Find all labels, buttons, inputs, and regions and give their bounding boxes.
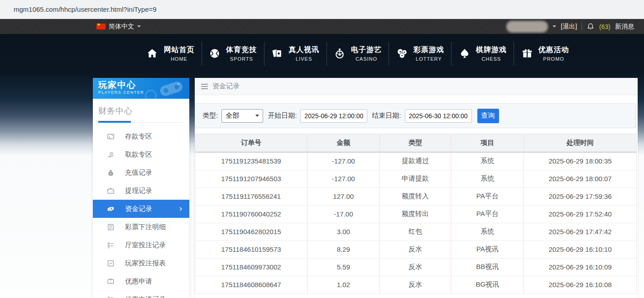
- language-selector[interactable]: 简体中文: [96, 23, 141, 31]
- sidebar-item-recharge-record[interactable]: 充值记录: [93, 163, 189, 182]
- table-cell: 2025-06-29 17:59:36: [524, 187, 636, 205]
- sidebar-item-label: 优惠申请: [125, 277, 152, 286]
- language-label: 简体中文: [109, 23, 134, 31]
- sidebar-item-label: 优惠申请记录: [125, 295, 166, 298]
- table-row: 1751191176556241127.00额度转入PA平台2025-06-29…: [195, 187, 636, 205]
- bell-icon[interactable]: [586, 23, 595, 31]
- table-cell: 2025-06-29 16:10:10: [524, 240, 636, 258]
- nav-item-home[interactable]: 网站首页HOME: [139, 42, 202, 65]
- china-flag-icon: [96, 24, 106, 29]
- table-cell: 2025-06-29 17:52:40: [524, 205, 636, 223]
- table-cell: BB视讯: [451, 258, 524, 276]
- table-cell: 1751190462802015: [195, 223, 307, 240]
- table-row: 17511904628020153.00红包系统2025-06-29 17:47…: [195, 223, 636, 240]
- nav-label-en: PROMO: [543, 56, 564, 62]
- column-header: 金额: [307, 134, 380, 152]
- new-messages-link[interactable]: 新消息: [615, 23, 634, 31]
- deposit-icon: [106, 133, 115, 140]
- promo-apply-record-icon: [106, 296, 115, 298]
- menu-icon[interactable]: [201, 84, 208, 89]
- table-header-row: 订单号金额类型项目处理时间: [195, 134, 636, 152]
- chevron-down-icon: [255, 115, 259, 117]
- start-date-label: 开始日期:: [268, 111, 297, 120]
- search-button[interactable]: 查询: [477, 109, 499, 123]
- breadcrumb: 资金记录: [195, 78, 638, 95]
- sidebar-item-label: 资金记录: [125, 205, 152, 213]
- sidebar-item-funds-record[interactable]: 资金记录›: [93, 200, 189, 218]
- table-cell: 反水: [380, 258, 451, 276]
- table-cell: 2025-06-29 16:10:09: [524, 258, 636, 276]
- main-nav: 网站首页HOME体育竞技SPORTS真人视讯LIVES电子游艺CASINO彩票游…: [0, 34, 644, 72]
- column-header: 处理时间: [524, 134, 636, 152]
- recharge-record-icon: [106, 169, 115, 177]
- nav-item-promo[interactable]: 优惠活动PROMO: [514, 42, 576, 65]
- table-row: 17511846086086471.02反水BG视讯2025-06-29 16:…: [195, 276, 636, 293]
- filter-bar: 类型: 全部 开始日期: 结束日期: 查询: [195, 103, 636, 128]
- sidebar-item-deposit[interactable]: 存款专区: [93, 127, 189, 145]
- start-date-input[interactable]: [300, 109, 367, 123]
- table-cell: 申请提款: [380, 170, 451, 187]
- nav-item-lives[interactable]: 真人视讯LIVES: [264, 42, 327, 65]
- nav-item-lottery[interactable]: 彩票游戏LOTTERY: [389, 42, 452, 65]
- sidebar-item-label: 充值记录: [125, 168, 152, 177]
- table-cell: 1751184608608647: [195, 276, 307, 293]
- lives-icon: [271, 48, 283, 59]
- withdraw-icon: [106, 151, 115, 159]
- sidebar-item-withdraw-record[interactable]: 提现记录: [93, 182, 189, 200]
- table-cell: PA平台: [451, 205, 524, 223]
- sidebar-menu: 存款专区取款专区充值记录提现记录资金记录›彩票下注明细厅室投注记录玩家投注报表优…: [93, 123, 189, 298]
- sidebar-item-promo-apply[interactable]: 优惠申请: [93, 272, 189, 290]
- sidebar-item-promo-apply-record[interactable]: 优惠申请记录: [93, 290, 189, 298]
- chevron-down-icon: [137, 25, 141, 28]
- table-cell: 提款通过: [380, 152, 451, 170]
- table-cell: -127.00: [307, 152, 380, 170]
- logout-button[interactable]: [退出]: [561, 23, 577, 31]
- nav-item-casino[interactable]: 电子游艺CASINO: [327, 42, 389, 65]
- decor-circle: [145, 90, 157, 99]
- table-row: 1751191207946503-127.00申请提款系统2025-06-29 …: [195, 170, 636, 187]
- address-bar[interactable]: mgm1065.com/hhcp/usercenter.html?iniType…: [0, 0, 644, 19]
- finance-center-title: 财务中心: [98, 106, 184, 116]
- end-date-input[interactable]: [405, 109, 472, 123]
- table-row: 17511846101595738.29反水PA视讯2025-06-29 16:…: [195, 240, 636, 258]
- username-redacted: [506, 21, 548, 33]
- end-date-label: 结束日期:: [372, 111, 401, 120]
- table-row: 17511846099730025.59反水BB视讯2025-06-29 16:…: [195, 258, 636, 276]
- sidebar-item-player-bet-report[interactable]: 玩家投注报表: [93, 254, 189, 272]
- sidebar: 玩家中心 PLAYERS CENTER 财务中心 存款专区取款专区充值记录提现记…: [93, 78, 189, 298]
- table-cell: 2025-06-29 16:10:08: [524, 276, 636, 293]
- table-cell: 1751191176556241: [195, 187, 307, 205]
- table-cell: 3.00: [307, 223, 380, 240]
- sidebar-item-lottery-bet-detail[interactable]: 彩票下注明细: [93, 218, 189, 236]
- column-header: 订单号: [195, 134, 307, 152]
- main-panel: 资金记录 类型: 全部 开始日期: 结束日期: 查询 订单号金额类型项目处理时间…: [195, 78, 638, 298]
- nav-label-en: HOME: [171, 56, 187, 62]
- player-bet-report-icon: [106, 260, 115, 267]
- sidebar-item-label: 彩票下注明细: [125, 223, 166, 231]
- table-cell: 1751190760040252: [195, 205, 307, 223]
- type-label: 类型:: [202, 111, 218, 120]
- table-cell: BG视讯: [451, 276, 524, 293]
- message-count: (63): [599, 23, 610, 30]
- nav-item-sports[interactable]: 体育竞技SPORTS: [202, 42, 264, 65]
- nav-label-zh: 网站首页: [163, 45, 194, 55]
- home-icon: [146, 48, 158, 59]
- table-cell: PA平台: [451, 187, 524, 205]
- table-row: 1751190760040252-17.00额度转出PA平台2025-06-29…: [195, 205, 636, 223]
- gamepad-icon: [157, 79, 186, 99]
- account-topbar: 简体中文 [退出] (63) 新消息: [0, 19, 644, 34]
- sidebar-item-hall-bet-record[interactable]: 厅室投注记录: [93, 236, 189, 254]
- column-header: 类型: [380, 134, 451, 152]
- type-select[interactable]: 全部: [221, 109, 263, 123]
- hall-bet-record-icon: [106, 241, 115, 249]
- sidebar-item-label: 厅室投注记录: [125, 241, 166, 250]
- chevron-down-icon[interactable]: [553, 25, 556, 28]
- table-cell: -17.00: [307, 205, 380, 223]
- nav-label-en: LIVES: [296, 56, 312, 62]
- nav-label-en: CASINO: [356, 56, 377, 62]
- nav-item-chess[interactable]: 棋牌游戏CHESS: [452, 42, 514, 65]
- sidebar-item-withdraw[interactable]: 取款专区: [93, 145, 189, 163]
- nav-label-zh: 棋牌游戏: [476, 45, 507, 55]
- sidebar-item-label: 提现记录: [125, 187, 152, 195]
- nav-label-zh: 体育竞技: [226, 45, 257, 55]
